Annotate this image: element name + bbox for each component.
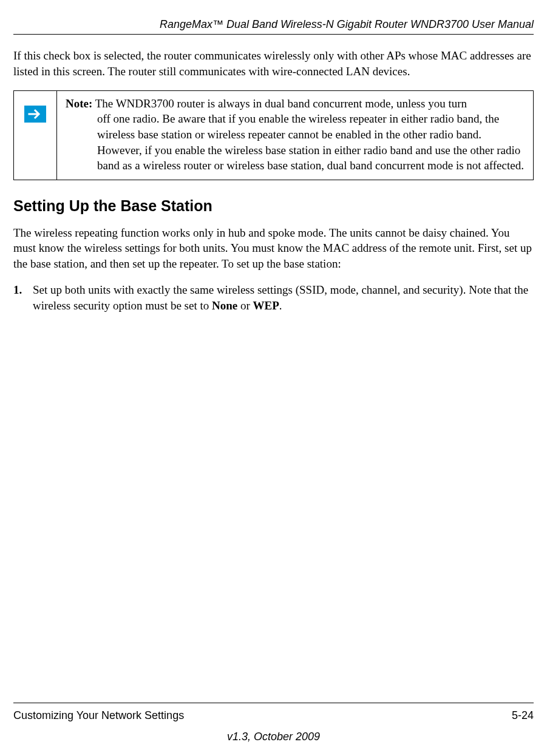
step-bold-none: None bbox=[212, 299, 237, 312]
steps-list: 1. Set up both units with exactly the sa… bbox=[13, 282, 534, 313]
step-bold-wep: WEP bbox=[253, 299, 279, 312]
note-text-cell: Note: The WNDR3700 router is always in d… bbox=[57, 91, 533, 180]
page-header: RangeMax™ Dual Band Wireless-N Gigabit R… bbox=[13, 17, 534, 32]
page-footer: Customizing Your Network Settings 5-24 v… bbox=[13, 703, 534, 744]
step-text-middle: or bbox=[237, 299, 253, 312]
footer-row: Customizing Your Network Settings 5-24 bbox=[13, 708, 534, 723]
note-rest: off one radio. Be aware that if you enab… bbox=[66, 111, 525, 174]
note-box: Note: The WNDR3700 router is always in d… bbox=[13, 90, 534, 180]
header-title: RangeMax™ Dual Band Wireless-N Gigabit R… bbox=[160, 18, 534, 30]
section-heading: Setting Up the Base Station bbox=[13, 196, 534, 217]
footer-page-number: 5-24 bbox=[512, 708, 534, 723]
section-paragraph: The wireless repeating function works on… bbox=[13, 225, 534, 272]
header-divider bbox=[13, 34, 534, 35]
step-text-after: . bbox=[279, 299, 282, 312]
footer-version: v1.3, October 2009 bbox=[13, 729, 534, 744]
note-icon-cell bbox=[14, 91, 57, 180]
note-text: Note: The WNDR3700 router is always in d… bbox=[66, 96, 525, 174]
note-first-line: The WNDR3700 router is always in dual ba… bbox=[92, 97, 467, 110]
footer-section-title: Customizing Your Network Settings bbox=[13, 708, 184, 723]
intro-paragraph: If this check box is selected, the route… bbox=[13, 48, 534, 79]
footer-divider bbox=[13, 703, 534, 703]
step-number: 1. bbox=[13, 282, 33, 313]
step-text: Set up both units with exactly the same … bbox=[33, 282, 534, 313]
note-label: Note: bbox=[66, 97, 92, 110]
arrow-right-icon bbox=[24, 106, 46, 123]
step-item: 1. Set up both units with exactly the sa… bbox=[13, 282, 534, 313]
